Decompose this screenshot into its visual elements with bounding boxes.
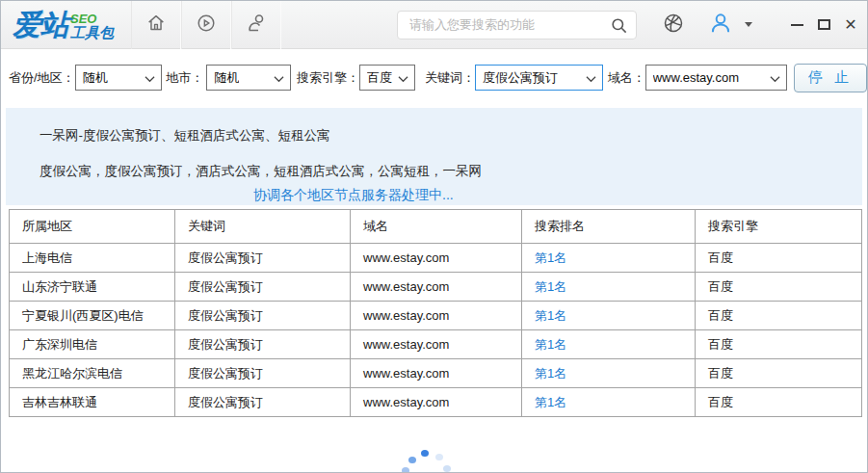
run-button[interactable] (181, 1, 231, 49)
keyword-label: 关键词： (425, 69, 475, 87)
table-row: 宁夏银川(西夏区)电信度假公寓预订www.estay.com第1名百度 (10, 302, 862, 330)
domain-cell: www.estay.com (351, 330, 522, 359)
chevron-down-icon (764, 69, 780, 87)
keyword-cell: 度假公寓预订 (175, 388, 351, 417)
chevron-down-icon (580, 69, 596, 87)
engine-cell: 百度 (696, 388, 862, 417)
rank-cell[interactable]: 第1名 (522, 359, 696, 388)
region-cell: 宁夏银川(西夏区)电信 (10, 302, 175, 330)
query-toolbar: 省份/地区： 随机 地市： 随机 搜索引擎： 百度 关键词： 度假公寓预订 域名… (1, 49, 867, 106)
spinner-dot (421, 450, 429, 457)
domain-cell: www.estay.com (351, 359, 522, 388)
logo-text-sub: 工具包 (70, 25, 114, 39)
region-cell: 山东济宁联通 (10, 273, 175, 302)
table-row: 山东济宁联通度假公寓预订www.estay.com第1名百度 (10, 273, 862, 302)
site-info-panel: 一呆网-度假公寓预订、短租酒店式公寓、短租公寓 度假公寓，度假公寓预订，酒店式公… (6, 108, 862, 205)
table-body: 上海电信度假公寓预订www.estay.com第1名百度山东济宁联通度假公寓预订… (10, 244, 862, 417)
spinner-dot (443, 465, 451, 472)
logo-text-seo: SEO (70, 13, 96, 25)
region-cell: 上海电信 (10, 244, 175, 273)
spinner-dot (408, 457, 416, 463)
processing-status-text: 协调各个地区节点服务器处理中... (253, 187, 862, 204)
table-row: 吉林吉林联通度假公寓预订www.estay.com第1名百度 (10, 388, 862, 417)
keyword-cell: 度假公寓预订 (175, 330, 351, 359)
minimize-icon (791, 24, 803, 26)
rank-cell[interactable]: 第1名 (522, 388, 696, 417)
domain-label: 域名： (608, 69, 645, 87)
table-row: 黑龙江哈尔滨电信度假公寓预订www.estay.com第1名百度 (10, 359, 862, 388)
spinner-dot (435, 454, 443, 460)
province-label: 省份/地区： (9, 69, 75, 87)
domain-cell: www.estay.com (351, 302, 522, 330)
chevron-down-icon (139, 69, 155, 87)
site-title-text: 一呆网-度假公寓预订、短租酒店式公寓、短租公寓 (39, 127, 862, 145)
keyword-cell: 度假公寓预订 (175, 244, 351, 273)
app-window: 爱站 SEO 工具包 (0, 0, 868, 473)
maximize-icon (818, 19, 830, 30)
keyword-cell: 度假公寓预订 (175, 359, 351, 388)
table-row: 上海电信度假公寓预订www.estay.com第1名百度 (10, 244, 862, 273)
keyword-cell: 度假公寓预订 (175, 302, 351, 330)
account-avatar-icon[interactable] (708, 11, 733, 39)
network-globe-icon[interactable] (662, 12, 685, 39)
domain-select[interactable]: www.estay.com (645, 65, 788, 91)
engine-cell: 百度 (696, 330, 862, 359)
chevron-down-icon (392, 69, 408, 87)
minimize-button[interactable] (783, 12, 810, 39)
search-icon[interactable] (610, 16, 628, 39)
spinner-dot (402, 467, 409, 473)
close-icon: ✕ (844, 17, 856, 33)
keyword-select[interactable]: 度假公寓预订 (475, 65, 603, 91)
table-row: 广东深圳电信度假公寓预订www.estay.com第1名百度 (10, 330, 862, 359)
engine-cell: 百度 (696, 359, 862, 388)
rank-cell[interactable]: 第1名 (522, 330, 696, 359)
app-logo: 爱站 SEO 工具包 (13, 11, 114, 39)
search-input[interactable] (397, 11, 637, 39)
function-search (397, 11, 637, 39)
header-engine: 搜索引擎 (696, 210, 862, 244)
header-keyword: 关键词 (175, 210, 351, 244)
engine-cell: 百度 (696, 244, 862, 273)
domain-cell: www.estay.com (351, 244, 522, 273)
region-cell: 吉林吉林联通 (10, 388, 175, 417)
rank-cell[interactable]: 第1名 (522, 244, 696, 273)
keyword-cell: 度假公寓预订 (175, 273, 351, 302)
city-label: 地市： (166, 69, 203, 87)
rank-cell[interactable]: 第1名 (522, 273, 696, 302)
engine-select[interactable]: 百度 (359, 65, 415, 91)
stop-button[interactable]: 停 止 (794, 64, 867, 92)
table-header-row: 所属地区 关键词 域名 搜索排名 搜索引擎 (10, 210, 862, 244)
header-region: 所属地区 (10, 210, 175, 244)
maximize-button[interactable] (810, 12, 837, 39)
home-icon (145, 13, 167, 38)
engine-cell: 百度 (696, 273, 862, 302)
header-rank: 搜索排名 (522, 210, 696, 244)
site-keywords-text: 度假公寓，度假公寓预订，酒店式公寓，短租酒店式公寓，公寓短租，一呆网 (39, 163, 862, 180)
region-cell: 广东深圳电信 (10, 330, 175, 359)
engine-label: 搜索引擎： (297, 69, 359, 87)
rank-cell[interactable]: 第1名 (522, 302, 696, 330)
city-select[interactable]: 随机 (206, 65, 291, 91)
province-select[interactable]: 随机 (75, 65, 163, 91)
contacts-button[interactable] (231, 1, 281, 49)
engine-cell: 百度 (696, 302, 862, 330)
header-domain: 域名 (351, 210, 522, 244)
title-bar: 爱站 SEO 工具包 (1, 1, 867, 49)
account-menu-caret-icon[interactable] (745, 22, 752, 27)
chevron-down-icon (268, 69, 284, 87)
rank-results-table: 所属地区 关键词 域名 搜索排名 搜索引擎 上海电信度假公寓预订www.esta… (9, 209, 862, 417)
loading-spinner (391, 444, 468, 473)
logo-text-main: 爱站 (13, 11, 68, 39)
play-circle-icon (196, 13, 217, 38)
close-button[interactable]: ✕ (837, 12, 864, 39)
domain-cell: www.estay.com (351, 388, 522, 417)
home-button[interactable] (131, 1, 181, 49)
domain-cell: www.estay.com (351, 273, 522, 302)
person-icon (245, 12, 268, 39)
region-cell: 黑龙江哈尔滨电信 (10, 359, 175, 388)
